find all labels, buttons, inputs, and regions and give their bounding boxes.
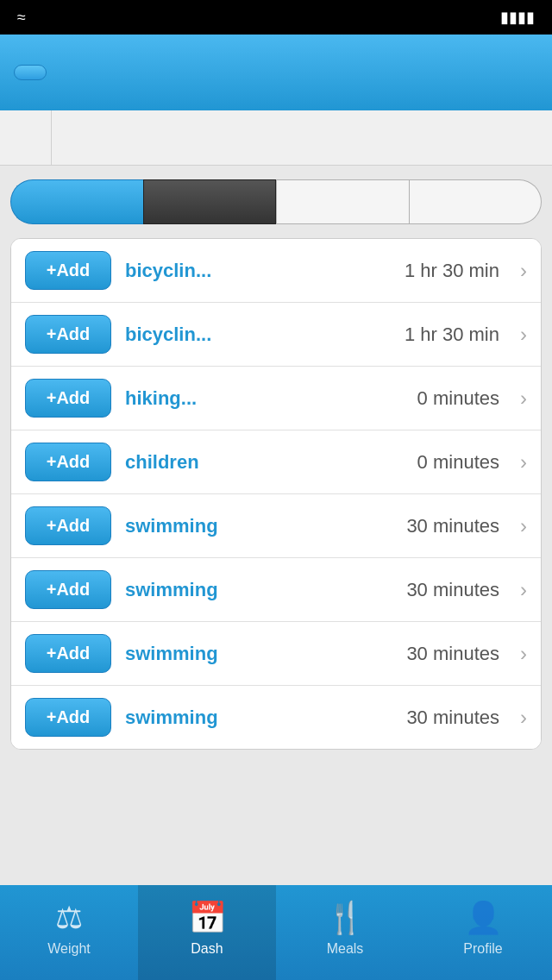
bottom-tab-profile[interactable]: 👤 Profile <box>414 885 552 980</box>
add-button-1[interactable]: +Add <box>25 251 111 290</box>
chevron-right-icon[interactable]: › <box>520 450 527 474</box>
meals-icon: 🍴 <box>326 900 365 936</box>
meals-label: Meals <box>327 941 364 957</box>
chevron-right-icon[interactable]: › <box>520 706 527 730</box>
bottom-tab-meals[interactable]: 🍴 Meals <box>276 885 414 980</box>
weight-label: Weight <box>47 941 91 957</box>
back-button[interactable] <box>14 65 47 80</box>
chevron-right-icon[interactable]: › <box>520 259 527 283</box>
add-button-6[interactable]: +Add <box>25 570 111 609</box>
list-item: +Add swimming 30 minutes › <box>11 622 541 686</box>
add-button-7[interactable]: +Add <box>25 634 111 673</box>
tab-activities[interactable] <box>410 179 543 224</box>
weight-icon: ⚖ <box>55 900 83 936</box>
tab-summary[interactable] <box>10 179 143 224</box>
bottom-tab-bar: ⚖ Weight 📅 Dash 🍴 Meals 👤 Profile <box>0 885 552 980</box>
activity-duration: 30 minutes <box>406 707 499 729</box>
activity-name: bicyclin... <box>125 260 391 282</box>
activity-duration: 1 hr 30 min <box>405 324 499 346</box>
list-item: +Add bicyclin... 1 hr 30 min › <box>11 303 541 367</box>
nav-bar <box>0 35 552 110</box>
activity-name: swimming <box>125 707 392 729</box>
activity-list: +Add bicyclin... 1 hr 30 min › +Add bicy… <box>10 238 542 750</box>
list-item: +Add swimming 30 minutes › <box>11 686 541 749</box>
chevron-right-icon[interactable]: › <box>520 386 527 411</box>
dash-label: Dash <box>191 941 223 957</box>
date-bar <box>0 110 552 166</box>
tab-manual[interactable] <box>276 179 410 224</box>
tab-recent[interactable] <box>143 179 277 224</box>
chevron-right-icon[interactable]: › <box>520 642 527 666</box>
activity-name: swimming <box>125 643 392 665</box>
status-bar: ≈ ▮▮▮▮ <box>0 0 552 35</box>
activity-duration: 30 minutes <box>406 579 499 601</box>
bottom-tab-weight[interactable]: ⚖ Weight <box>0 885 138 980</box>
activity-duration: 0 minutes <box>417 387 499 410</box>
activity-duration: 30 minutes <box>406 643 499 665</box>
activity-name: swimming <box>125 579 392 601</box>
list-item: +Add swimming 30 minutes › <box>11 494 541 558</box>
add-button-5[interactable]: +Add <box>25 506 111 545</box>
list-item: +Add bicyclin... 1 hr 30 min › <box>11 239 541 303</box>
activity-name: hiking... <box>125 387 404 410</box>
dash-icon: 📅 <box>188 900 227 936</box>
carrier-wifi: ≈ <box>17 9 26 27</box>
list-item: +Add hiking... 0 minutes › <box>11 367 541 430</box>
activity-duration: 1 hr 30 min <box>405 260 499 282</box>
add-button-8[interactable]: +Add <box>25 698 111 737</box>
add-button-4[interactable]: +Add <box>25 443 111 481</box>
activity-name: bicyclin... <box>125 324 391 346</box>
tabs-container <box>0 166 552 238</box>
list-item: +Add children 0 minutes › <box>11 430 541 494</box>
activity-duration: 30 minutes <box>406 515 499 537</box>
battery-icon: ▮▮▮▮ <box>500 8 535 27</box>
activity-duration: 0 minutes <box>417 451 499 474</box>
profile-icon: 👤 <box>464 900 503 936</box>
list-item: +Add swimming 30 minutes › <box>11 558 541 622</box>
profile-label: Profile <box>463 941 502 957</box>
activity-name: children <box>125 451 404 474</box>
wifi-icon: ≈ <box>17 9 26 26</box>
chevron-right-icon[interactable]: › <box>520 578 527 602</box>
activity-name: swimming <box>125 515 392 537</box>
add-button-2[interactable]: +Add <box>25 315 111 354</box>
bottom-tab-dash[interactable]: 📅 Dash <box>138 885 276 980</box>
chevron-right-icon[interactable]: › <box>520 323 527 347</box>
add-button-3[interactable]: +Add <box>25 379 111 418</box>
chevron-right-icon[interactable]: › <box>520 514 527 538</box>
date-back-arrow[interactable] <box>0 110 52 166</box>
